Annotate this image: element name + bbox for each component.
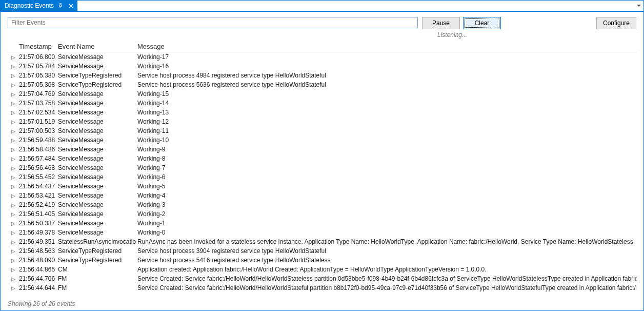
cell-message: Service host process 5416 registered ser… (136, 257, 636, 264)
expand-icon[interactable]: ▷ (8, 64, 18, 69)
pin-icon[interactable] (57, 2, 64, 9)
table-row[interactable]: ▷21:56:52.419ServiceMessageWorking-3 (8, 200, 636, 209)
table-row[interactable]: ▷21:56:51.405ServiceMessageWorking-2 (8, 209, 636, 219)
cell-message: Working-3 (136, 201, 636, 208)
diagnostic-events-window: Diagnostic Events Pause Clear Listening.… (0, 0, 644, 311)
table-row[interactable]: ▷21:56:54.437ServiceMessageWorking-5 (8, 182, 636, 191)
cell-event-name: FM (57, 284, 136, 291)
pause-button[interactable]: Pause (422, 17, 460, 29)
table-row[interactable]: ▷21:57:02.534ServiceMessageWorking-13 (8, 108, 636, 117)
expand-icon[interactable]: ▷ (8, 82, 18, 88)
col-message[interactable]: Message (136, 43, 636, 50)
close-icon[interactable] (67, 2, 74, 9)
expand-icon[interactable]: ▷ (8, 119, 18, 125)
expand-icon[interactable]: ▷ (8, 128, 18, 134)
col-timestamp[interactable]: Timestamp (18, 43, 57, 50)
table-row[interactable]: ▷21:57:05.368ServiceTypeRegisteredServic… (8, 80, 636, 89)
tab-diagnostic-events[interactable]: Diagnostic Events (1, 1, 77, 11)
table-row[interactable]: ▷21:56:44.865CMApplication created: Appl… (8, 265, 636, 274)
expand-icon[interactable]: ▷ (8, 221, 18, 226)
table-row[interactable]: ▷21:57:05.784ServiceMessageWorking-16 (8, 62, 636, 71)
tab-title: Diagnostic Events (5, 2, 54, 9)
table-row[interactable]: ▷21:57:01.519ServiceMessageWorking-12 (8, 117, 636, 126)
cell-event-name: ServiceMessage (57, 220, 136, 227)
cell-timestamp: 21:56:49.351 (18, 238, 57, 245)
clear-button[interactable]: Clear (463, 17, 501, 29)
expand-icon[interactable]: ▷ (8, 258, 18, 263)
window-menu-dropdown-icon[interactable] (634, 1, 643, 11)
table-row[interactable]: ▷21:56:57.484ServiceMessageWorking-8 (8, 154, 636, 163)
cell-timestamp: 21:56:44.865 (18, 266, 57, 273)
expand-icon[interactable]: ▷ (8, 101, 18, 106)
cell-message: Service Created: Service fabric:/HelloWo… (136, 284, 636, 291)
table-row[interactable]: ▷21:56:59.488ServiceMessageWorking-10 (8, 135, 636, 145)
table-row[interactable]: ▷21:57:05.380ServiceTypeRegisteredServic… (8, 71, 636, 80)
cell-event-name: ServiceMessage (57, 155, 136, 162)
table-row[interactable]: ▷21:56:55.452ServiceMessageWorking-6 (8, 172, 636, 182)
expand-icon[interactable]: ▷ (8, 54, 18, 60)
table-row[interactable]: ▷21:56:53.421ServiceMessageWorking-4 (8, 191, 636, 200)
cell-timestamp: 21:56:44.706 (18, 275, 57, 282)
expand-icon[interactable]: ▷ (8, 184, 18, 189)
expand-icon[interactable]: ▷ (8, 91, 18, 97)
cell-message: Service host process 3904 registered ser… (136, 247, 636, 255)
cell-event-name: ServiceMessage (57, 127, 136, 134)
expand-icon[interactable]: ▷ (8, 276, 18, 282)
expand-icon[interactable]: ▷ (8, 138, 18, 143)
table-row[interactable]: ▷21:56:56.468ServiceMessageWorking-7 (8, 163, 636, 172)
cell-timestamp: 21:56:52.419 (18, 201, 57, 208)
cell-message: Working-9 (136, 146, 636, 153)
expand-icon[interactable]: ▷ (8, 156, 18, 162)
cell-event-name: ServiceMessage (57, 109, 136, 116)
table-row[interactable]: ▷21:56:49.378ServiceMessageWorking-0 (8, 228, 636, 237)
cell-timestamp: 21:56:51.405 (18, 210, 57, 218)
cell-event-name: ServiceMessage (57, 164, 136, 171)
col-event-name[interactable]: Event Name (57, 43, 136, 50)
expand-icon[interactable]: ▷ (8, 110, 18, 115)
cell-message: Working-7 (136, 164, 636, 171)
listening-status: Listening... (437, 31, 467, 38)
filter-events-input[interactable] (8, 17, 418, 28)
cell-message: Working-16 (136, 63, 636, 70)
table-row[interactable]: ▷21:57:06.800ServiceMessageWorking-17 (8, 52, 636, 62)
expand-icon[interactable]: ▷ (8, 165, 18, 171)
cell-timestamp: 21:56:48.090 (18, 257, 57, 264)
expand-icon[interactable]: ▷ (8, 239, 18, 245)
expand-icon[interactable]: ▷ (8, 147, 18, 152)
expand-icon[interactable]: ▷ (8, 267, 18, 273)
cell-event-name: ServiceTypeRegistered (57, 257, 136, 264)
expand-icon[interactable]: ▷ (8, 202, 18, 208)
table-row[interactable]: ▷21:56:44.706FMService Created: Service … (8, 274, 636, 283)
cell-message: RunAsync has been invoked for a stateles… (136, 238, 636, 245)
grid-body[interactable]: ▷21:57:06.800ServiceMessageWorking-17▷21… (8, 52, 636, 298)
expand-icon[interactable]: ▷ (8, 248, 18, 254)
configure-button[interactable]: Configure (596, 17, 636, 29)
table-row[interactable]: ▷21:56:44.644FMService Created: Service … (8, 283, 636, 293)
expand-icon[interactable]: ▷ (8, 73, 18, 79)
table-row[interactable]: ▷21:56:48.563ServiceTypeRegisteredServic… (8, 246, 636, 256)
table-row[interactable]: ▷21:57:00.503ServiceMessageWorking-11 (8, 126, 636, 135)
table-row[interactable]: ▷21:56:48.090ServiceTypeRegisteredServic… (8, 256, 636, 265)
cell-message: Working-14 (136, 100, 636, 107)
cell-timestamp: 21:57:04.769 (18, 90, 57, 98)
table-row[interactable]: ▷21:56:58.486ServiceMessageWorking-9 (8, 145, 636, 154)
table-row[interactable]: ▷21:57:04.769ServiceMessageWorking-15 (8, 89, 636, 99)
cell-timestamp: 21:56:50.387 (18, 220, 57, 227)
cell-timestamp: 21:56:53.421 (18, 192, 57, 199)
expand-icon[interactable]: ▷ (8, 230, 18, 236)
table-row[interactable]: ▷21:57:03.758ServiceMessageWorking-14 (8, 99, 636, 108)
cell-timestamp: 21:56:56.468 (18, 164, 57, 171)
cell-timestamp: 21:57:03.758 (18, 100, 57, 107)
expand-icon[interactable]: ▷ (8, 211, 18, 217)
table-row[interactable]: ▷21:56:50.387ServiceMessageWorking-1 (8, 219, 636, 228)
expand-icon[interactable]: ▷ (8, 193, 18, 199)
cell-message: Application created: Application fabric:… (136, 266, 636, 273)
expand-icon[interactable]: ▷ (8, 174, 18, 180)
cell-message: Working-12 (136, 118, 636, 125)
table-row[interactable]: ▷21:56:49.351StatelessRunAsyncInvocation… (8, 237, 636, 246)
cell-event-name: ServiceMessage (57, 53, 136, 61)
expand-icon[interactable]: ▷ (8, 285, 18, 291)
cell-timestamp: 21:57:02.534 (18, 109, 57, 116)
cell-timestamp: 21:57:05.784 (18, 63, 57, 70)
cell-timestamp: 21:56:44.644 (18, 284, 57, 291)
